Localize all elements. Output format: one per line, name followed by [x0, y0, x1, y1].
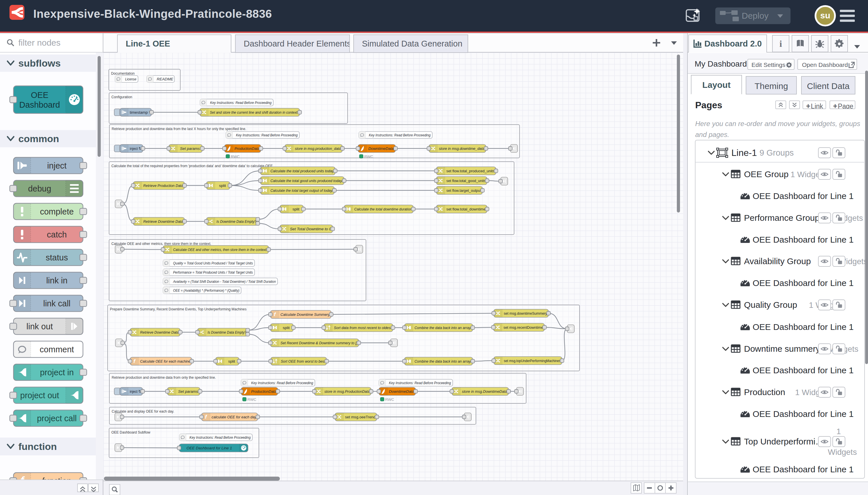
svg-text:Dashboard: Dashboard — [19, 100, 60, 109]
svg-text:project out: project out — [20, 391, 59, 400]
svg-text:ProductionData: ProductionData — [251, 389, 276, 394]
svg-text:split: split — [228, 359, 235, 363]
svg-text:Availability Group: Availability Group — [744, 256, 811, 266]
svg-text:Calculate the total target out: Calculate the total target output of tod… — [271, 188, 333, 193]
svg-text:inject: inject — [47, 161, 67, 170]
svg-text:RWC: RWC — [247, 397, 256, 402]
svg-text:split: split — [293, 207, 299, 211]
svg-text:split: split — [283, 326, 290, 330]
svg-text:Performance = Total Produced U: Performance = Total Produced Units / Tot… — [173, 270, 253, 274]
svg-text:Key Instructions: Read Before: Key Instructions: Read Before Proceeding — [210, 101, 272, 105]
svg-text:project in: project in — [40, 368, 74, 377]
svg-text:Retrieve Downtime Data: Retrieve Downtime Data — [140, 330, 179, 335]
svg-text:OEE Dashboard for Line 1: OEE Dashboard for Line 1 — [752, 322, 854, 331]
svg-text:store in msg.ProductionData: store in msg.ProductionData — [324, 389, 370, 394]
svg-text:Key Instructions: Read Before: Key Instructions: Read Before Proceeding — [369, 133, 431, 137]
svg-text:project call: project call — [37, 414, 77, 423]
svg-text:OEE Dashboard for Line 1: OEE Dashboard for Line 1 — [752, 191, 854, 201]
svg-text:common: common — [18, 133, 59, 144]
svg-text:Prepare Downtime Summary, Rece: Prepare Downtime Summary, Recent Downtim… — [110, 307, 246, 311]
svg-text:set flow.target_output: set flow.target_output — [446, 188, 481, 193]
svg-text:Combine the data back into an: Combine the data back into an array. — [415, 359, 471, 363]
svg-text:comment: comment — [40, 345, 74, 354]
svg-text:OEE Group: OEE Group — [744, 169, 788, 179]
svg-text:OEE Dashboard for Line 1: OEE Dashboard for Line 1 — [187, 446, 232, 450]
svg-text:Set Recent Downtime & Downtime: Set Recent Downtime & Downtime summery t… — [280, 341, 358, 345]
svg-text:set flow.total_good_units: set flow.total_good_units — [446, 178, 486, 183]
svg-text:OEE Dashboard for Line 1: OEE Dashboard for Line 1 — [752, 365, 854, 375]
svg-text:Calculate the total produced u: Calculate the total produced units today — [271, 169, 334, 173]
svg-text:Is Downtime Data Empty?: Is Downtime Data Empty? — [216, 219, 256, 224]
svg-text:set msg.oeeTrend: set msg.oeeTrend — [345, 415, 376, 419]
svg-text:License: License — [125, 77, 136, 81]
svg-text:ProductionData: ProductionData — [235, 147, 259, 151]
svg-text:complete: complete — [40, 207, 74, 216]
svg-text:function: function — [42, 476, 71, 480]
svg-text:set msg.downtimeSummery: set msg.downtimeSummery — [504, 311, 547, 315]
svg-text:set msg.recentDowntime: set msg.recentDowntime — [503, 325, 543, 330]
svg-text:Documentation: Documentation — [111, 71, 135, 75]
svg-text:DowntimeData: DowntimeData — [368, 147, 394, 151]
svg-text:Key Instructions: Read Before: Key Instructions: Read Before Proceeding — [189, 435, 250, 440]
svg-text:set msg.topUnderPerformingMach: set msg.topUnderPerformingMachines — [504, 359, 560, 363]
svg-text:OEE Dashboard Subflow: OEE Dashboard Subflow — [111, 430, 151, 434]
svg-text:Is Downtime Data Empty?: Is Downtime Data Empty? — [208, 330, 246, 335]
svg-text:Retrieve Production Data: Retrieve Production Data — [143, 184, 183, 188]
svg-text:RWC: RWC — [364, 154, 373, 159]
svg-text:Quality = Total Good Units Pro: Quality = Total Good Units Produced / To… — [173, 261, 253, 265]
svg-text:split: split — [219, 184, 226, 188]
svg-text:Widgets: Widgets — [828, 448, 857, 457]
svg-text:Calculate Downtime Summery: Calculate Downtime Summery — [280, 312, 330, 317]
svg-text:9 Groups: 9 Groups — [760, 148, 794, 157]
svg-text:Downtime summery: Downtime summery — [744, 344, 820, 354]
svg-text:Configuration: Configuration — [111, 95, 132, 99]
svg-text:Availavity = (Total Shift Dura: Availavity = (Total Shift Duration - Tot… — [173, 279, 276, 284]
svg-text:debug: debug — [28, 184, 51, 193]
svg-text:timestamp ¹: timestamp ¹ — [130, 110, 151, 115]
svg-text:Line-1: Line-1 — [731, 148, 757, 158]
svg-text:Top Underperformi…: Top Underperformi… — [744, 437, 824, 446]
svg-text:inject ↻: inject ↻ — [130, 389, 141, 394]
svg-text:Calculate OEE and other metric: Calculate OEE and other metrics, then st… — [173, 248, 267, 252]
svg-text:calculate OEE for each day: calculate OEE for each day — [211, 415, 257, 419]
svg-text:OEE Dashboard for Line 1: OEE Dashboard for Line 1 — [752, 409, 854, 419]
svg-text:Calculate the total of the req: Calculate the total of the required prop… — [111, 164, 273, 168]
svg-text:README: README — [157, 77, 174, 81]
svg-text:DowntimeData: DowntimeData — [389, 389, 415, 394]
svg-text:Combine the data back into an: Combine the data back into an array. — [415, 326, 471, 330]
svg-text:Retrieve production and downti: Retrieve production and downtime data fr… — [112, 127, 246, 131]
svg-text:Performance Group: Performance Group — [744, 213, 819, 223]
svg-text:Set params: Set params — [178, 389, 198, 394]
svg-text:link out: link out — [27, 322, 53, 331]
svg-text:link call: link call — [43, 299, 70, 308]
svg-text:Sort OEE from worst to best: Sort OEE from worst to best — [281, 359, 326, 363]
svg-text:Retrieve production and downti: Retrieve production and downtime data fr… — [112, 376, 216, 379]
svg-text:subflows: subflows — [18, 58, 60, 69]
svg-text:catch: catch — [47, 230, 67, 239]
svg-text:RWC: RWC — [385, 397, 394, 402]
svg-text:OEE Dashboard for Line 1: OEE Dashboard for Line 1 — [752, 235, 854, 244]
svg-text:Calculate the total good units: Calculate the total good units produced … — [271, 178, 343, 183]
svg-text:Calculate OEE for each machine: Calculate OEE for each machine — [140, 359, 190, 363]
svg-text:Retrieve Downtime Data: Retrieve Downtime Data — [143, 219, 183, 224]
svg-text:status: status — [46, 253, 68, 262]
svg-text:OEE Dashboard for Line 1: OEE Dashboard for Line 1 — [752, 464, 854, 474]
svg-text:inject ↻: inject ↻ — [130, 147, 141, 151]
svg-text:Calculate OEE and other metric: Calculate OEE and other metrics, then st… — [111, 242, 211, 246]
svg-text:Key Instructions: Read Before: Key Instructions: Read Before Proceeding — [389, 381, 451, 385]
svg-text:RWC: RWC — [231, 154, 240, 159]
svg-text:Key Instructions: Read Before: Key Instructions: Read Before Proceeding — [236, 133, 298, 137]
svg-text:1: 1 — [836, 427, 841, 436]
svg-text:Key Instructions: Read Before: Key Instructions: Read Before Proceeding — [251, 381, 313, 385]
svg-text:set flow.total_downtime: set flow.total_downtime — [446, 207, 486, 211]
svg-text:OEE: OEE — [31, 90, 48, 100]
svg-text:OEE = (Availability) * (Perfor: OEE = (Availability) * (Performance) * (… — [173, 288, 239, 293]
svg-text:Production: Production — [744, 387, 785, 397]
svg-text:Set Total Downtime to 0: Set Total Downtime to 0 — [290, 227, 331, 231]
svg-text:Set and store the current line: Set and store the current line and shift… — [210, 110, 298, 115]
svg-text:store in msg.DowntimeData: store in msg.DowntimeData — [462, 389, 507, 394]
svg-text:set flow.total_produced_units: set flow.total_produced_units — [446, 169, 494, 173]
svg-text:Set params: Set params — [180, 147, 200, 151]
svg-text:function: function — [18, 441, 57, 452]
svg-text:link in: link in — [46, 276, 67, 285]
